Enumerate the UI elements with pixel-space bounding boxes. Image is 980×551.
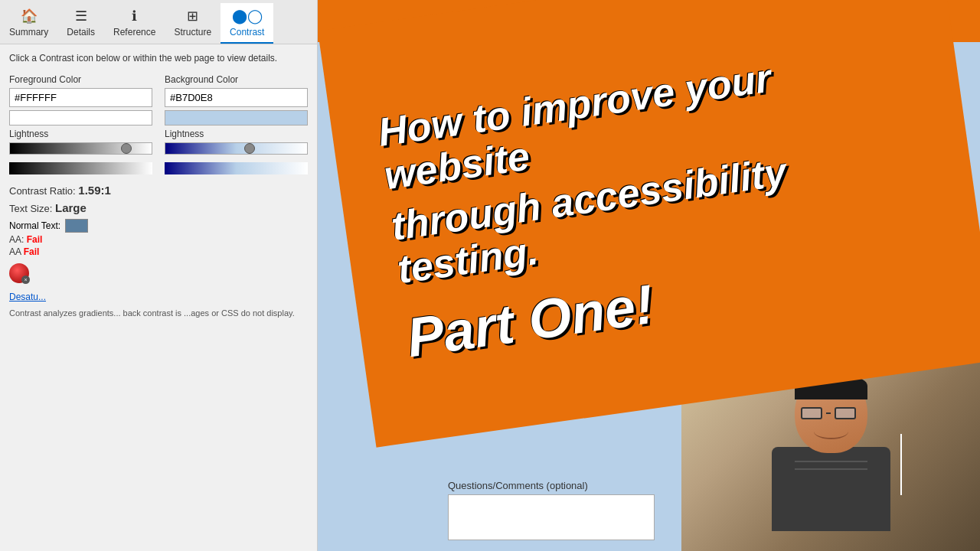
aa-label-1: AA: [9, 234, 24, 245]
background-swatch [165, 110, 308, 126]
red-button-row: × [9, 263, 308, 283]
instruction-text: Click a Contrast icon below or within th… [9, 52, 308, 65]
red-circle-button[interactable]: × [9, 263, 29, 283]
background-input[interactable] [165, 88, 308, 107]
person-figure [772, 373, 890, 531]
tab-structure[interactable]: ⊞ Structure [165, 3, 220, 44]
tab-bar: 🏠 Summary ☰ Details ℹ Reference ⊞ Struct… [0, 0, 317, 44]
panel-content: Click a Contrast icon below or within th… [0, 44, 317, 551]
text-size-label: Text Size: [9, 203, 52, 214]
tab-contrast[interactable]: ⬤◯ Contrast [220, 3, 273, 44]
background-lightness-slider[interactable] [165, 142, 308, 155]
foreground-slider-container [9, 142, 152, 158]
reference-icon: ℹ [132, 8, 137, 24]
questions-textarea[interactable] [448, 494, 655, 540]
normal-text-swatch [65, 219, 88, 233]
tab-details-label: Details [67, 27, 95, 37]
background-lightness-label: Lightness [165, 129, 308, 139]
foreground-group: Foreground Color Lightness [9, 74, 152, 176]
foreground-swatch [9, 110, 152, 126]
foreground-lightness-slider[interactable] [9, 142, 152, 155]
summary-icon: 🏠 [21, 8, 38, 24]
structure-icon: ⊞ [187, 8, 198, 24]
tab-structure-label: Structure [174, 27, 211, 37]
aa-label-2: AA [9, 246, 21, 257]
foreground-label: Foreground Color [9, 74, 152, 85]
webpage-preview: × ABOUT × RESUME × PORTFOLIO Contacta Ph… [318, 0, 980, 551]
desat-link[interactable]: Desatu... [9, 292, 46, 302]
normal-text-row: Normal Text: [9, 219, 308, 233]
aa-value-2: Fail [24, 246, 40, 257]
background-label: Background Color [165, 74, 308, 85]
normal-text-label: Normal Text: [9, 220, 60, 231]
questions-section: Questions/Comments (optional) [448, 480, 655, 543]
contrast-icon: ⬤◯ [232, 8, 263, 24]
tab-summary[interactable]: 🏠 Summary [0, 3, 57, 44]
background-gradient-bar [165, 162, 308, 174]
tab-reference-label: Reference [113, 27, 155, 37]
contrast-ratio-label: Contrast Ratio: [9, 185, 76, 197]
aa-value-1: Fail [27, 234, 43, 245]
color-section: Foreground Color Lightness Background Co… [9, 74, 308, 176]
foreground-lightness-label: Lightness [9, 129, 152, 139]
desat-section: Desatu... [9, 289, 308, 303]
tab-summary-label: Summary [9, 27, 48, 37]
details-icon: ☰ [75, 8, 87, 24]
foreground-gradient-bar [9, 162, 152, 174]
tab-details[interactable]: ☰ Details [57, 3, 104, 44]
contrast-ratio-section: Contrast Ratio: 1.59:1 [9, 184, 308, 197]
aa-row-2: AA Fail [9, 246, 308, 257]
background-group: Background Color Lightness [165, 74, 308, 176]
contrast-panel: 🏠 Summary ☰ Details ℹ Reference ⊞ Struct… [0, 0, 318, 551]
contrast-ratio-value: 1.59:1 [78, 184, 111, 197]
background-slider-container [165, 142, 308, 158]
aa-row-1: AA: Fail [9, 234, 308, 245]
tab-reference[interactable]: ℹ Reference [104, 3, 165, 44]
tab-contrast-label: Contrast [230, 27, 264, 37]
banner-line-3: Part One! [403, 272, 657, 369]
foreground-input[interactable] [9, 88, 152, 107]
text-size-section: Text Size: Large [9, 201, 308, 214]
bottom-note: Contrast analyzes gradients... back cont… [9, 308, 308, 319]
questions-label: Questions/Comments (optional) [448, 480, 655, 491]
text-size-value: Large [55, 201, 87, 214]
